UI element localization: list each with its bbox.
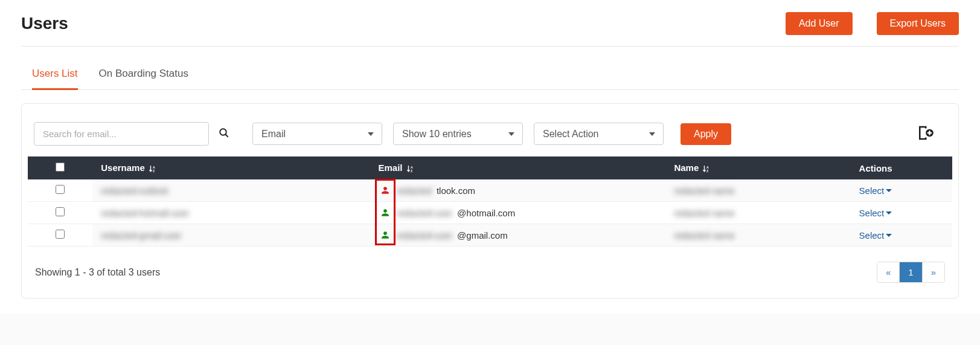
bulk-action-select[interactable]: Select Action: [534, 123, 664, 145]
search-icon[interactable]: [219, 127, 229, 140]
pagination: « 1 »: [877, 262, 945, 283]
row-checkbox[interactable]: [56, 207, 65, 216]
svg-text:A: A: [411, 166, 413, 169]
username-cell: redacted-gmail-user: [101, 230, 181, 240]
sort-icon: AZ: [149, 165, 157, 173]
export-users-button[interactable]: Export Users: [877, 12, 959, 35]
svg-point-0: [220, 129, 226, 135]
tab-users-list[interactable]: Users List: [32, 62, 78, 90]
user-status-icon: [379, 186, 392, 195]
username-cell: redacted-hotmail-user: [101, 208, 189, 218]
svg-line-1: [225, 134, 228, 137]
email-prefix: redacted-user: [397, 230, 453, 240]
row-action-select[interactable]: Select: [859, 208, 892, 218]
row-action-select[interactable]: Select: [859, 230, 892, 240]
apply-button[interactable]: Apply: [681, 123, 731, 145]
col-header-email[interactable]: Email AZ: [370, 156, 666, 179]
row-action-label: Select: [859, 185, 885, 196]
tab-onboarding-status[interactable]: On Boarding Status: [99, 62, 188, 90]
email-prefix: redacted-user: [397, 208, 453, 218]
col-header-username[interactable]: Username AZ: [92, 156, 370, 179]
col-header-username-label: Username: [101, 163, 145, 173]
sort-icon: AZ: [406, 165, 415, 173]
table-row: redacted-outlook redactedtlook.com redac…: [28, 179, 952, 202]
table-row: redacted-hotmail-user redacted-user@hotm…: [28, 202, 952, 224]
col-header-email-label: Email: [379, 163, 403, 173]
filter-field-select[interactable]: Email: [252, 123, 382, 145]
page-next[interactable]: »: [923, 262, 944, 282]
col-header-actions: Actions: [851, 156, 952, 179]
row-checkbox[interactable]: [56, 230, 65, 239]
svg-rect-4: [927, 132, 932, 134]
user-status-icon: [379, 208, 392, 217]
name-cell: redacted name: [674, 208, 734, 218]
col-header-name-label: Name: [674, 163, 699, 173]
page-1[interactable]: 1: [900, 262, 922, 282]
row-action-select[interactable]: Select: [859, 185, 892, 196]
name-cell: redacted name: [674, 230, 734, 240]
svg-text:Z: Z: [411, 169, 413, 173]
svg-text:Z: Z: [706, 169, 709, 173]
row-checkbox[interactable]: [56, 185, 65, 194]
add-export-icon[interactable]: [916, 134, 934, 144]
caret-down-icon: [886, 189, 892, 192]
username-cell: redacted-outlook: [101, 185, 168, 196]
add-user-button[interactable]: Add User: [786, 12, 853, 35]
email-suffix: tlook.com: [437, 185, 475, 196]
svg-text:A: A: [706, 166, 709, 169]
caret-down-icon: [886, 234, 892, 237]
page-size-select[interactable]: Show 10 entries: [393, 123, 523, 145]
user-status-icon: [379, 231, 392, 239]
page-prev[interactable]: «: [877, 262, 900, 282]
select-all-checkbox[interactable]: [56, 163, 65, 172]
email-prefix: redacted: [397, 185, 432, 196]
search-input[interactable]: [34, 122, 209, 146]
svg-text:A: A: [153, 166, 155, 169]
table-row: redacted-gmail-user redacted-user@gmail.…: [28, 224, 952, 247]
row-action-label: Select: [859, 208, 885, 218]
email-suffix: @gmail.com: [457, 230, 508, 240]
svg-text:Z: Z: [153, 169, 155, 173]
row-action-label: Select: [859, 230, 885, 240]
caret-down-icon: [886, 211, 892, 214]
email-suffix: @hotmail.com: [457, 208, 515, 218]
col-header-name[interactable]: Name AZ: [665, 156, 850, 179]
page-title: Users: [21, 14, 68, 33]
users-table: Username AZ Email AZ Name: [28, 156, 952, 247]
sort-icon: AZ: [702, 165, 711, 173]
name-cell: redacted name: [674, 185, 734, 196]
showing-text: Showing 1 - 3 of total 3 users: [35, 267, 160, 278]
